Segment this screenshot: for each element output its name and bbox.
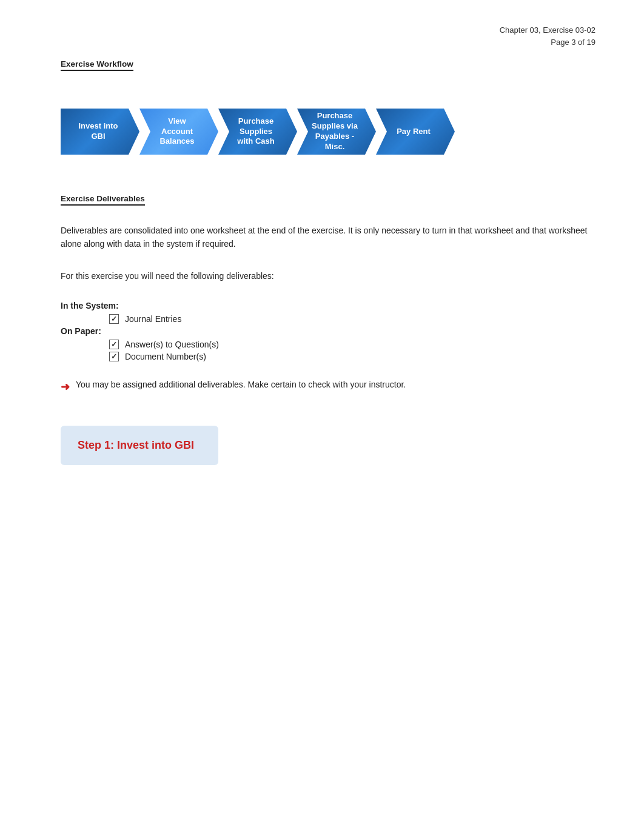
checklist-answers: Answer(s) to Question(s)	[109, 340, 595, 349]
workflow-step-invest[interactable]: Invest intoGBI	[61, 109, 139, 155]
deliverables-paragraph1: Deliverables are consolidated into one w…	[61, 224, 595, 251]
deliverables-paragraph2: For this exercise you will need the foll…	[61, 269, 595, 283]
note-text: You may be assigned additional deliverab…	[76, 378, 406, 391]
checklist-document-numbers: Document Number(s)	[109, 352, 595, 361]
checklist-answers-text: Answer(s) to Question(s)	[125, 340, 219, 349]
workflow-step-purchase-payables[interactable]: PurchaseSupplies viaPayables -Misc.	[297, 109, 376, 155]
workflow-step-pay-rent-text: Pay Rent	[397, 127, 431, 137]
deliverables-section: Exercise Deliverables Deliverables are c…	[61, 193, 595, 395]
checkbox-answers-icon	[109, 340, 119, 349]
step1-box: Step 1: Invest into GBI	[61, 426, 218, 465]
checklist-document-numbers-text: Document Number(s)	[125, 352, 206, 361]
checkbox-document-numbers-icon	[109, 352, 119, 361]
checklist-journal-entries: Journal Entries	[109, 314, 595, 324]
on-paper-label: On Paper:	[61, 326, 595, 336]
checkbox-journal-entries-icon	[109, 314, 119, 324]
header-line2: Page 3 of 19	[61, 36, 595, 49]
workflow-label: Exercise Workflow	[61, 59, 133, 71]
page: Chapter 03, Exercise 03-02 Page 3 of 19 …	[0, 0, 644, 835]
page-header: Chapter 03, Exercise 03-02 Page 3 of 19	[61, 24, 595, 48]
workflow-step-invest-text: Invest intoGBI	[78, 121, 118, 142]
workflow-step-purchase-payables-text: PurchaseSupplies viaPayables -Misc.	[312, 111, 358, 152]
note-row: ➜ You may be assigned additional deliver…	[61, 378, 595, 395]
workflow-step-view-text: ViewAccountBalances	[159, 116, 194, 147]
step1-title: Step 1: Invest into GBI	[78, 439, 201, 452]
red-arrow-icon: ➜	[61, 379, 70, 395]
workflow-step-pay-rent[interactable]: Pay Rent	[376, 109, 455, 155]
deliverables-label: Exercise Deliverables	[61, 194, 145, 206]
workflow-container: Invest intoGBI ViewAccountBalances Purch…	[61, 100, 595, 163]
header-line1: Chapter 03, Exercise 03-02	[61, 24, 595, 36]
in-system-label: In the System:	[61, 301, 595, 310]
workflow-step-purchase-cash-text: PurchaseSupplieswith Cash	[237, 116, 274, 147]
workflow-step-view[interactable]: ViewAccountBalances	[139, 109, 218, 155]
workflow-step-purchase-cash[interactable]: PurchaseSupplieswith Cash	[218, 109, 297, 155]
checklist-journal-entries-text: Journal Entries	[125, 314, 181, 324]
